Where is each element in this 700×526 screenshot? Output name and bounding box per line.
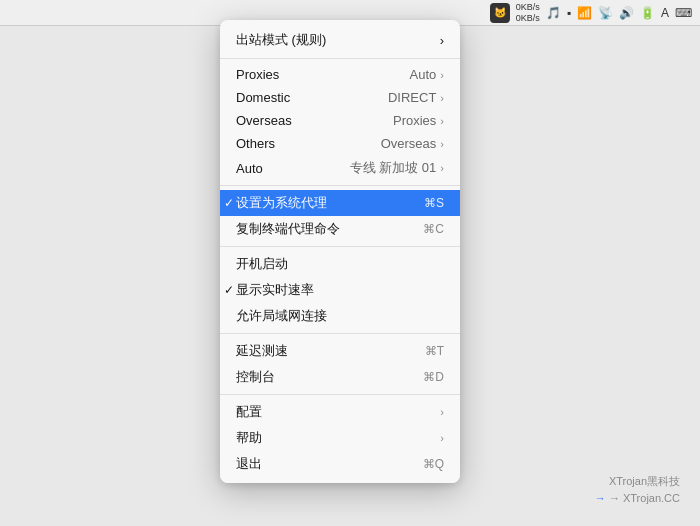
dropdown-menu: 出站模式 (规则) › Proxies Auto › Domestic DIRE… — [220, 20, 460, 483]
auto-label: Auto — [236, 161, 350, 176]
shazam-icon[interactable]: 🎵 — [546, 6, 561, 20]
help-chevron: › — [440, 432, 444, 444]
quit-shortcut: ⌘Q — [423, 457, 444, 471]
set-system-proxy-label: 设置为系统代理 — [236, 194, 424, 212]
screen-icon: ▪ — [567, 6, 571, 20]
separator-4 — [220, 333, 460, 334]
watermark-url: → XTrojan.CC — [609, 492, 680, 504]
copy-terminal-label: 复制终端代理命令 — [236, 220, 423, 238]
battery-icon: 🔋 — [640, 6, 655, 20]
watermark-line2: → → XTrojan.CC — [595, 490, 680, 507]
auto-chevron: › — [440, 162, 444, 174]
watermark-line1: XTrojan黑科技 — [595, 473, 680, 490]
overseas-value: Proxies — [393, 113, 436, 128]
network-speed: 0KB/s 0KB/s — [516, 2, 540, 24]
outbound-mode-label: 出站模式 (规则) — [236, 31, 440, 49]
volume-icon: 🔊 — [619, 6, 634, 20]
separator-1 — [220, 58, 460, 59]
launch-at-login-label: 开机启动 — [236, 255, 444, 273]
separator-3 — [220, 246, 460, 247]
set-system-proxy-item[interactable]: ✓ 设置为系统代理 ⌘S — [220, 190, 460, 216]
proxies-label: Proxies — [236, 67, 410, 82]
separator-2 — [220, 185, 460, 186]
config-chevron: › — [440, 406, 444, 418]
config-item[interactable]: 配置 › — [220, 399, 460, 425]
auto-item[interactable]: Auto 专线 新加坡 01 › — [220, 155, 460, 181]
overseas-label: Overseas — [236, 113, 393, 128]
domestic-item[interactable]: Domestic DIRECT › — [220, 86, 460, 109]
copy-terminal-item[interactable]: 复制终端代理命令 ⌘C — [220, 216, 460, 242]
others-chevron: › — [440, 138, 444, 150]
show-realtime-speed-checkmark: ✓ — [224, 283, 234, 297]
console-item[interactable]: 控制台 ⌘D — [220, 364, 460, 390]
overseas-chevron: › — [440, 115, 444, 127]
wifi-icon: 📡 — [598, 6, 613, 20]
domestic-value: DIRECT — [388, 90, 436, 105]
others-item[interactable]: Others Overseas › — [220, 132, 460, 155]
watermark: XTrojan黑科技 → → XTrojan.CC — [595, 473, 680, 506]
domestic-chevron: › — [440, 92, 444, 104]
signal-icon: 📶 — [577, 6, 592, 20]
proxies-value: Auto — [410, 67, 437, 82]
trojan-icon[interactable]: 🐱 — [490, 3, 510, 23]
allow-lan-item[interactable]: 允许局域网连接 — [220, 303, 460, 329]
watermark-arrow: → — [595, 492, 609, 504]
set-system-proxy-checkmark: ✓ — [224, 196, 234, 210]
overseas-item[interactable]: Overseas Proxies › — [220, 109, 460, 132]
console-label: 控制台 — [236, 368, 423, 386]
help-item[interactable]: 帮助 › — [220, 425, 460, 451]
console-shortcut: ⌘D — [423, 370, 444, 384]
set-system-proxy-shortcut: ⌘S — [424, 196, 444, 210]
quit-label: 退出 — [236, 455, 423, 473]
latency-test-shortcut: ⌘T — [425, 344, 444, 358]
copy-terminal-shortcut: ⌘C — [423, 222, 444, 236]
clock-icon: ⌨ — [675, 6, 692, 20]
auto-value: 专线 新加坡 01 — [350, 159, 437, 177]
quit-item[interactable]: 退出 ⌘Q — [220, 451, 460, 477]
config-label: 配置 — [236, 403, 440, 421]
input-icon: A — [661, 6, 669, 20]
others-label: Others — [236, 136, 381, 151]
show-realtime-speed-label: 显示实时速率 — [236, 281, 444, 299]
domestic-label: Domestic — [236, 90, 388, 105]
others-value: Overseas — [381, 136, 437, 151]
show-realtime-speed-item[interactable]: ✓ 显示实时速率 — [220, 277, 460, 303]
outbound-mode-chevron: › — [440, 33, 444, 48]
outbound-mode-item[interactable]: 出站模式 (规则) › — [220, 26, 460, 54]
proxies-chevron: › — [440, 69, 444, 81]
help-label: 帮助 — [236, 429, 440, 447]
allow-lan-label: 允许局域网连接 — [236, 307, 444, 325]
separator-5 — [220, 394, 460, 395]
launch-at-login-item[interactable]: 开机启动 — [220, 251, 460, 277]
latency-test-label: 延迟测速 — [236, 342, 425, 360]
proxies-item[interactable]: Proxies Auto › — [220, 63, 460, 86]
latency-test-item[interactable]: 延迟测速 ⌘T — [220, 338, 460, 364]
